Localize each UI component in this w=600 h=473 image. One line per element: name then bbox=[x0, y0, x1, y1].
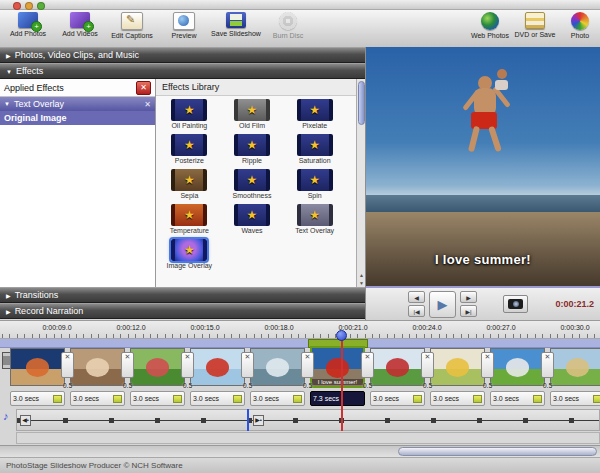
close-window-icon[interactable] bbox=[13, 2, 21, 10]
playhead-marker-icon[interactable] bbox=[336, 330, 347, 341]
toolbar-button-add-videos[interactable]: Add Videos bbox=[54, 12, 106, 46]
effect-thumbnail: ★ bbox=[234, 134, 270, 156]
effect-waves[interactable]: ★Waves bbox=[221, 204, 284, 237]
effect-spin[interactable]: ★Spin bbox=[283, 169, 346, 202]
timeline-clip-3[interactable] bbox=[130, 348, 185, 386]
transition-box-9[interactable]: ✕ bbox=[541, 352, 554, 378]
go-to-start-icon[interactable]: |◀ bbox=[408, 305, 425, 317]
clip-duration-label: 7.3 secs bbox=[313, 395, 339, 402]
audio-fade-marker[interactable]: ◀• bbox=[20, 415, 31, 426]
preview-viewport: I love summer! bbox=[366, 47, 600, 286]
applied-effect-text-overlay[interactable]: Text Overlay✕ bbox=[0, 97, 155, 111]
effects-scrollbar-thumb[interactable] bbox=[358, 81, 365, 125]
duration-edit-icon[interactable] bbox=[473, 395, 482, 403]
remove-effect-button[interactable]: ✕ bbox=[136, 81, 151, 95]
transition-box-4[interactable]: ✕ bbox=[241, 352, 254, 378]
toolbar-button-save-slideshow[interactable]: Save Slideshow bbox=[210, 12, 262, 46]
transition-box-8[interactable]: ✕ bbox=[481, 352, 494, 378]
preview-caption: I love summer! bbox=[366, 252, 600, 267]
timeline-clip-1[interactable] bbox=[10, 348, 65, 386]
clip-duration-3[interactable]: 3.0 secs bbox=[130, 391, 185, 406]
toolbar-button-photo[interactable]: Photo bbox=[554, 12, 600, 46]
duration-edit-icon[interactable] bbox=[593, 395, 600, 403]
remove-applied-effect-icon[interactable]: ✕ bbox=[144, 100, 151, 109]
effect-oil-painting[interactable]: ★Oil Painting bbox=[158, 99, 221, 132]
duration-edit-icon[interactable] bbox=[113, 395, 122, 403]
effect-posterize[interactable]: ★Posterize bbox=[158, 134, 221, 167]
play-button[interactable] bbox=[429, 291, 456, 318]
photostage-window: Add PhotosAdd VideosEdit CaptionsPreview… bbox=[0, 0, 600, 473]
burn-disc-icon bbox=[279, 12, 297, 30]
audio-fade-marker[interactable]: ▶• bbox=[253, 415, 264, 426]
toolbar-button-edit-captions[interactable]: Edit Captions bbox=[106, 12, 158, 46]
effect-label: Old Film bbox=[239, 122, 265, 129]
timeline-clip-6[interactable]: I love summer! bbox=[310, 346, 365, 388]
transition-box-2[interactable]: ✕ bbox=[121, 352, 134, 378]
audio-track[interactable] bbox=[16, 409, 600, 431]
empty-audio-track[interactable] bbox=[16, 432, 600, 444]
duration-edit-icon[interactable] bbox=[533, 395, 542, 403]
toolbar-button-preview[interactable]: Preview bbox=[158, 12, 210, 46]
transition-box-1[interactable]: ✕ bbox=[61, 352, 74, 378]
duration-edit-icon[interactable] bbox=[413, 395, 422, 403]
clip-duration-5[interactable]: 3.0 secs bbox=[250, 391, 305, 406]
timeline-clip-9[interactable] bbox=[490, 348, 545, 386]
timeline-clip-10[interactable] bbox=[550, 348, 600, 386]
effect-saturation[interactable]: ★Saturation bbox=[283, 134, 346, 167]
effect-image-overlay[interactable]: ★Image Overlay bbox=[158, 239, 221, 272]
effect-ripple[interactable]: ★Ripple bbox=[221, 134, 284, 167]
clip-duration-2[interactable]: 3.0 secs bbox=[70, 391, 125, 406]
effect-pixelate[interactable]: ★Pixelate bbox=[283, 99, 346, 132]
timeline-clip-8[interactable] bbox=[430, 348, 485, 386]
clip-duration-9[interactable]: 3.0 secs bbox=[490, 391, 545, 406]
duration-edit-icon[interactable] bbox=[233, 395, 242, 403]
timeline-clip-4[interactable] bbox=[190, 348, 245, 386]
duration-edit-icon[interactable] bbox=[53, 395, 62, 403]
scroll-down-icon[interactable]: ▼ bbox=[358, 280, 365, 286]
effect-temperature[interactable]: ★Temperature bbox=[158, 204, 221, 237]
applied-effects-title: Applied Effects bbox=[4, 83, 64, 93]
timeline-clip-5[interactable] bbox=[250, 348, 305, 386]
step-forward-icon[interactable]: ▶ bbox=[460, 291, 477, 303]
clip-duration-8[interactable]: 3.0 secs bbox=[430, 391, 485, 406]
effect-label: Smoothness bbox=[233, 192, 272, 199]
effect-text-overlay[interactable]: ★Text Overlay bbox=[283, 204, 346, 237]
duration-edit-icon[interactable] bbox=[173, 395, 182, 403]
snapshot-button[interactable] bbox=[503, 295, 528, 313]
timeline-clip-2[interactable] bbox=[70, 348, 125, 386]
effect-old-film[interactable]: ★Old Film bbox=[221, 99, 284, 132]
clip-duration-1[interactable]: 3.0 secs bbox=[10, 391, 65, 406]
timeline-scrollbar-thumb[interactable] bbox=[398, 447, 597, 456]
narration-section-bar[interactable]: Record Narration bbox=[0, 303, 366, 319]
clip-duration-4[interactable]: 3.0 secs bbox=[190, 391, 245, 406]
clip-duration-6[interactable]: 7.3 secs bbox=[310, 391, 365, 406]
clip-duration-10[interactable]: 3.0 secs bbox=[550, 391, 600, 406]
media-section-bar[interactable]: Photos, Video Clips, and Music bbox=[0, 47, 366, 63]
scroll-up-icon[interactable]: ▲ bbox=[358, 272, 365, 278]
step-back-icon[interactable]: ◀ bbox=[408, 291, 425, 303]
transition-box-5[interactable]: ✕ bbox=[301, 352, 314, 378]
clip-subject bbox=[86, 358, 109, 377]
clip-duration-7[interactable]: 3.0 secs bbox=[370, 391, 425, 406]
timeline-ruler[interactable]: 0:00:09.00:00:12.00:00:15.00:00:18.00:00… bbox=[0, 320, 600, 339]
applied-effect-original-image[interactable]: Original Image bbox=[0, 111, 155, 125]
go-to-end-icon[interactable]: ▶| bbox=[460, 305, 477, 317]
transition-box-3[interactable]: ✕ bbox=[181, 352, 194, 378]
toolbar-button-add-photos[interactable]: Add Photos bbox=[2, 12, 54, 46]
toolbar-button-burn-disc[interactable]: Burn Disc bbox=[262, 12, 314, 46]
duration-edit-icon[interactable] bbox=[293, 395, 302, 403]
effect-sepia[interactable]: ★Sepia bbox=[158, 169, 221, 202]
transition-duration-label: 0.5 bbox=[543, 382, 553, 389]
clip-subject bbox=[266, 358, 289, 377]
star-icon: ★ bbox=[184, 139, 195, 151]
effect-smoothness[interactable]: ★Smoothness bbox=[221, 169, 284, 202]
effects-section-bar[interactable]: Effects bbox=[0, 63, 366, 79]
transition-box-7[interactable]: ✕ bbox=[421, 352, 434, 378]
timeline-clip-7[interactable] bbox=[370, 348, 425, 386]
zoom-window-icon[interactable] bbox=[37, 2, 45, 10]
timeline-scrollbar[interactable] bbox=[0, 445, 600, 457]
transitions-section-bar[interactable]: Transitions bbox=[0, 287, 366, 303]
minimize-window-icon[interactable] bbox=[25, 2, 33, 10]
transition-box-6[interactable]: ✕ bbox=[361, 352, 374, 378]
transition-duration-label: 0.5 bbox=[243, 382, 253, 389]
